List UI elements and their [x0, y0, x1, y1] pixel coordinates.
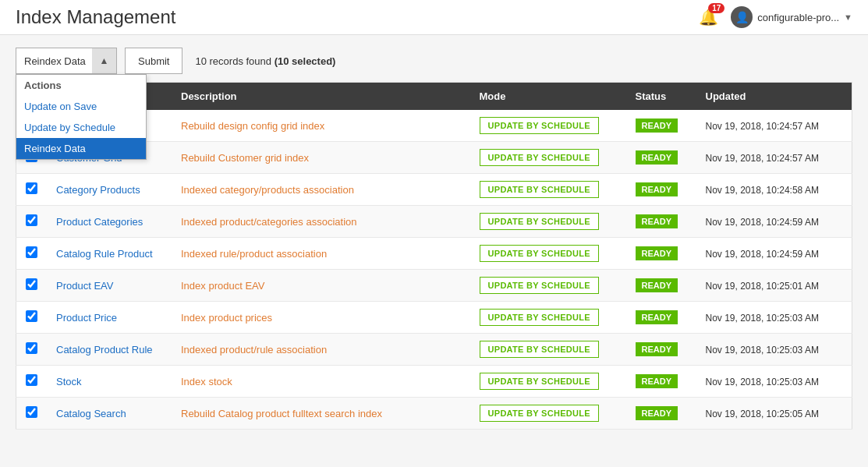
dropdown-item-update-on-save[interactable]: Update on Save — [16, 96, 146, 117]
row-index-name: Catalog Rule Product — [47, 238, 172, 270]
row-description: Rebuild Catalog product fulltext search … — [172, 398, 470, 430]
row-description: Indexed rule/product association — [172, 238, 470, 270]
row-mode: UPDATE BY SCHEDULE — [470, 334, 626, 366]
row-updated: Nov 19, 2018, 10:24:59 AM — [696, 238, 852, 270]
row-index-name: Product Price — [47, 302, 172, 334]
row-updated: Nov 19, 2018, 10:25:03 AM — [696, 334, 852, 366]
index-description: Indexed product/rule association — [181, 344, 327, 356]
top-bar: Index Management 🔔 17 👤 configurable-pro… — [0, 0, 868, 35]
status-badge: READY — [636, 342, 678, 356]
avatar-icon: 👤 — [735, 11, 749, 23]
table-row: Catalog Rule Product Indexed rule/produc… — [16, 238, 852, 270]
updated-text: Nov 19, 2018, 10:25:03 AM — [706, 313, 819, 324]
updated-text: Nov 19, 2018, 10:25:03 AM — [706, 345, 819, 356]
updated-text: Nov 19, 2018, 10:24:57 AM — [706, 121, 819, 132]
row-description: Indexed product/rule association — [172, 334, 470, 366]
mode-badge: UPDATE BY SCHEDULE — [480, 277, 600, 294]
row-checkbox[interactable] — [26, 310, 37, 322]
index-name-link[interactable]: Product Price — [56, 312, 117, 324]
row-status: READY — [626, 270, 696, 302]
row-status: READY — [626, 142, 696, 174]
mode-badge: UPDATE BY SCHEDULE — [480, 405, 600, 422]
row-description: Indexed category/products association — [172, 174, 470, 206]
row-checkbox-cell — [16, 206, 48, 238]
col-header-status: Status — [626, 83, 696, 111]
row-checkbox[interactable] — [26, 182, 37, 194]
row-mode: UPDATE BY SCHEDULE — [470, 398, 626, 430]
user-menu[interactable]: 👤 configurable-pro... ▼ — [731, 6, 852, 28]
action-select-wrap: Reindex Data ▲ Actions Update on Save Up… — [16, 48, 117, 74]
table-row: Stock Index stock UPDATE BY SCHEDULE REA… — [16, 366, 852, 398]
records-count: 10 records found (10 selected) — [195, 55, 335, 67]
row-updated: Nov 19, 2018, 10:24:58 AM — [696, 174, 852, 206]
col-header-mode: Mode — [470, 83, 626, 111]
dropdown-header: Actions — [16, 75, 146, 96]
row-status: READY — [626, 174, 696, 206]
row-checkbox-cell — [16, 270, 48, 302]
row-status: READY — [626, 238, 696, 270]
updated-text: Nov 19, 2018, 10:25:03 AM — [706, 377, 819, 387]
row-status: READY — [626, 206, 696, 238]
row-updated: Nov 19, 2018, 10:24:57 AM — [696, 110, 852, 142]
notifications-bell[interactable]: 🔔 17 — [699, 8, 718, 27]
status-badge: READY — [636, 310, 678, 324]
row-checkbox[interactable] — [26, 342, 37, 354]
records-text: 10 records found — [195, 55, 271, 67]
row-status: READY — [626, 398, 696, 430]
table-row: Category Products Indexed category/produ… — [16, 174, 852, 206]
row-description: Index product prices — [172, 302, 470, 334]
updated-text: Nov 19, 2018, 10:24:58 AM — [706, 185, 819, 196]
avatar: 👤 — [731, 6, 753, 28]
mode-badge: UPDATE BY SCHEDULE — [480, 117, 600, 134]
row-status: READY — [626, 334, 696, 366]
table-row: Catalog Product Rule Indexed product/rul… — [16, 334, 852, 366]
row-description: Index stock — [172, 366, 470, 398]
mode-badge: UPDATE BY SCHEDULE — [480, 309, 600, 326]
updated-text: Nov 19, 2018, 10:25:05 AM — [706, 409, 819, 419]
row-mode: UPDATE BY SCHEDULE — [470, 366, 626, 398]
action-dropdown-menu: Actions Update on Save Update by Schedul… — [16, 74, 147, 160]
row-checkbox[interactable] — [26, 406, 37, 418]
row-checkbox-cell — [16, 398, 48, 430]
status-badge: READY — [636, 150, 678, 165]
index-name-link[interactable]: Catalog Rule Product — [56, 248, 153, 260]
row-description: Indexed product/categories association — [172, 206, 470, 238]
top-right: 🔔 17 👤 configurable-pro... ▼ — [699, 6, 852, 28]
row-checkbox[interactable] — [26, 374, 37, 386]
submit-button[interactable]: Submit — [125, 48, 182, 74]
mode-badge: UPDATE BY SCHEDULE — [480, 373, 600, 390]
index-name-link[interactable]: Catalog Search — [56, 408, 126, 419]
row-checkbox[interactable] — [26, 278, 37, 290]
row-checkbox-cell — [16, 334, 48, 366]
row-updated: Nov 19, 2018, 10:25:01 AM — [696, 270, 852, 302]
index-description: Indexed category/products association — [181, 184, 354, 196]
table-row: Product Categories Indexed product/categ… — [16, 206, 852, 238]
row-index-name: Product Categories — [47, 206, 172, 238]
row-checkbox[interactable] — [26, 214, 37, 226]
row-updated: Nov 19, 2018, 10:25:03 AM — [696, 302, 852, 334]
row-updated: Nov 19, 2018, 10:25:03 AM — [696, 366, 852, 398]
row-mode: UPDATE BY SCHEDULE — [470, 110, 626, 142]
updated-text: Nov 19, 2018, 10:24:59 AM — [706, 217, 819, 228]
row-index-name: Stock — [47, 366, 172, 398]
index-name-link[interactable]: Category Products — [56, 184, 140, 196]
status-badge: READY — [636, 374, 678, 388]
index-name-link[interactable]: Catalog Product Rule — [56, 344, 153, 356]
dropdown-item-update-by-schedule[interactable]: Update by Schedule — [16, 117, 146, 138]
updated-text: Nov 19, 2018, 10:24:57 AM — [706, 153, 819, 164]
index-name-link[interactable]: Stock — [56, 376, 82, 387]
index-description: Rebuild Catalog product fulltext search … — [181, 408, 382, 419]
status-badge: READY — [636, 406, 678, 420]
index-name-link[interactable]: Product Categories — [56, 216, 143, 228]
row-mode: UPDATE BY SCHEDULE — [470, 238, 626, 270]
select-arrow-button[interactable]: ▲ — [92, 48, 117, 74]
status-badge: READY — [636, 246, 678, 260]
row-status: READY — [626, 110, 696, 142]
row-checkbox[interactable] — [26, 246, 37, 258]
index-name-link[interactable]: Product EAV — [56, 280, 113, 292]
status-badge: READY — [636, 119, 678, 133]
updated-text: Nov 19, 2018, 10:24:59 AM — [706, 249, 819, 260]
main-content: Reindex Data ▲ Actions Update on Save Up… — [0, 35, 868, 442]
dropdown-item-reindex-data[interactable]: Reindex Data — [16, 138, 146, 159]
page-title: Index Management — [16, 6, 175, 28]
